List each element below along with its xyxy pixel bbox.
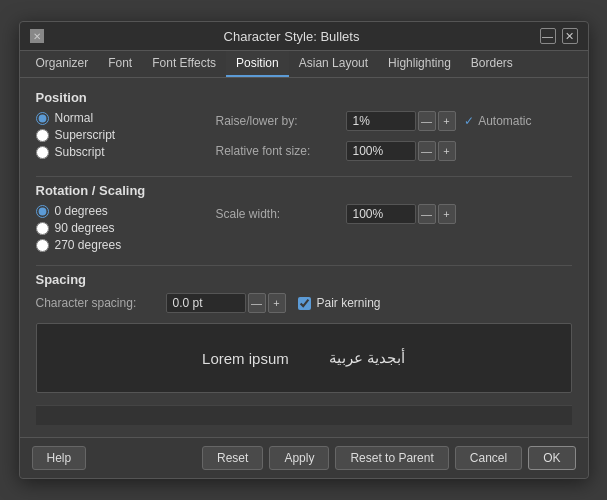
rotation-270-row: 270 degrees <box>36 238 196 252</box>
close-button[interactable]: ✕ <box>562 28 578 44</box>
app-icon: ✕ <box>30 29 44 43</box>
position-superscript-radio[interactable] <box>36 129 49 142</box>
rotation-section: Rotation / Scaling 0 degrees 90 degrees … <box>36 183 572 255</box>
automatic-text: Automatic <box>478 114 531 128</box>
rotation-section-label: Rotation / Scaling <box>36 183 572 198</box>
reset-button[interactable]: Reset <box>202 446 263 470</box>
tab-borders[interactable]: Borders <box>461 51 523 77</box>
window-title: Character Style: Bullets <box>44 29 540 44</box>
character-style-dialog: ✕ Character Style: Bullets — ✕ Organizer… <box>19 21 589 479</box>
rel-font-size-increment[interactable]: + <box>438 141 456 161</box>
apply-button[interactable]: Apply <box>269 446 329 470</box>
character-spacing-row: Character spacing: — + Pair kerning <box>36 293 572 313</box>
tab-highlighting[interactable]: Highlighting <box>378 51 461 77</box>
scale-width-label: Scale width: <box>216 207 346 221</box>
raise-lower-increment[interactable]: + <box>438 111 456 131</box>
pair-kerning-row: Pair kerning <box>298 296 381 310</box>
rotation-0-row: 0 degrees <box>36 204 196 218</box>
tab-bar: Organizer Font Font Effects Position Asi… <box>20 51 588 78</box>
preview-area: Lorem ipsum أبجدية عربية <box>36 323 572 393</box>
tab-asian-layout[interactable]: Asian Layout <box>289 51 378 77</box>
rotation-90-label: 90 degrees <box>55 221 115 235</box>
ok-button[interactable]: OK <box>528 446 575 470</box>
cancel-button[interactable]: Cancel <box>455 446 522 470</box>
tab-organizer[interactable]: Organizer <box>26 51 99 77</box>
raise-lower-decrement[interactable]: — <box>418 111 436 131</box>
scale-width-increment[interactable]: + <box>438 204 456 224</box>
character-spacing-input[interactable] <box>166 293 246 313</box>
position-columns: Normal Superscript Subscript Raise/lower… <box>36 111 572 166</box>
rotation-270-label: 270 degrees <box>55 238 122 252</box>
character-spacing-input-group: — + <box>166 293 286 313</box>
position-subscript-row: Subscript <box>36 145 196 159</box>
rotation-right: Scale width: — + <box>216 204 572 255</box>
rotation-90-radio[interactable] <box>36 222 49 235</box>
spacing-section: Spacing Character spacing: — + Pair kern… <box>36 272 572 313</box>
rotation-270-radio[interactable] <box>36 239 49 252</box>
raise-lower-label: Raise/lower by: <box>216 114 346 128</box>
preview-subbar <box>36 405 572 425</box>
rotation-90-row: 90 degrees <box>36 221 196 235</box>
rel-font-size-row: Relative font size: — + <box>216 141 572 161</box>
position-left: Normal Superscript Subscript <box>36 111 196 166</box>
help-button[interactable]: Help <box>32 446 87 470</box>
preview-latin-text: Lorem ipsum <box>202 350 289 367</box>
title-bar-left: ✕ <box>30 29 44 43</box>
scale-width-row: Scale width: — + <box>216 204 572 224</box>
rotation-0-label: 0 degrees <box>55 204 108 218</box>
dialog-content: Position Normal Superscript Subscript <box>20 78 588 437</box>
pair-kerning-label: Pair kerning <box>317 296 381 310</box>
position-normal-radio[interactable] <box>36 112 49 125</box>
divider-2 <box>36 265 572 266</box>
position-section-label: Position <box>36 90 572 105</box>
scale-width-input[interactable] <box>346 204 416 224</box>
rel-font-size-input[interactable] <box>346 141 416 161</box>
tab-font-effects[interactable]: Font Effects <box>142 51 226 77</box>
raise-lower-row: Raise/lower by: — + ✓ Automatic <box>216 111 572 131</box>
checkmark-icon: ✓ <box>464 114 474 128</box>
rotation-columns: 0 degrees 90 degrees 270 degrees Scale w… <box>36 204 572 255</box>
minimize-button[interactable]: — <box>540 28 556 44</box>
raise-lower-input-group: — + <box>346 111 456 131</box>
character-spacing-label: Character spacing: <box>36 296 166 310</box>
position-superscript-label: Superscript <box>55 128 116 142</box>
divider-1 <box>36 176 572 177</box>
spacing-section-label: Spacing <box>36 272 572 287</box>
position-normal-label: Normal <box>55 111 94 125</box>
window-controls: — ✕ <box>540 28 578 44</box>
position-superscript-row: Superscript <box>36 128 196 142</box>
tab-font[interactable]: Font <box>98 51 142 77</box>
position-subscript-radio[interactable] <box>36 146 49 159</box>
rotation-0-radio[interactable] <box>36 205 49 218</box>
rel-font-size-label: Relative font size: <box>216 144 346 158</box>
rel-font-size-input-group: — + <box>346 141 456 161</box>
raise-lower-input[interactable] <box>346 111 416 131</box>
automatic-label: ✓ Automatic <box>464 114 532 128</box>
position-normal-row: Normal <box>36 111 196 125</box>
tab-position[interactable]: Position <box>226 51 289 77</box>
character-spacing-decrement[interactable]: — <box>248 293 266 313</box>
pair-kerning-checkbox[interactable] <box>298 297 311 310</box>
dialog-footer: Help Reset Apply Reset to Parent Cancel … <box>20 437 588 478</box>
rotation-left: 0 degrees 90 degrees 270 degrees <box>36 204 196 255</box>
title-bar: ✕ Character Style: Bullets — ✕ <box>20 22 588 51</box>
character-spacing-increment[interactable]: + <box>268 293 286 313</box>
position-subscript-label: Subscript <box>55 145 105 159</box>
reset-to-parent-button[interactable]: Reset to Parent <box>335 446 448 470</box>
preview-arabic-text: أبجدية عربية <box>329 349 405 367</box>
scale-width-input-group: — + <box>346 204 456 224</box>
scale-width-decrement[interactable]: — <box>418 204 436 224</box>
footer-right-buttons: Reset Apply Reset to Parent Cancel OK <box>202 446 575 470</box>
position-right: Raise/lower by: — + ✓ Automatic Relative… <box>216 111 572 166</box>
rel-font-size-decrement[interactable]: — <box>418 141 436 161</box>
position-section: Position Normal Superscript Subscript <box>36 90 572 166</box>
